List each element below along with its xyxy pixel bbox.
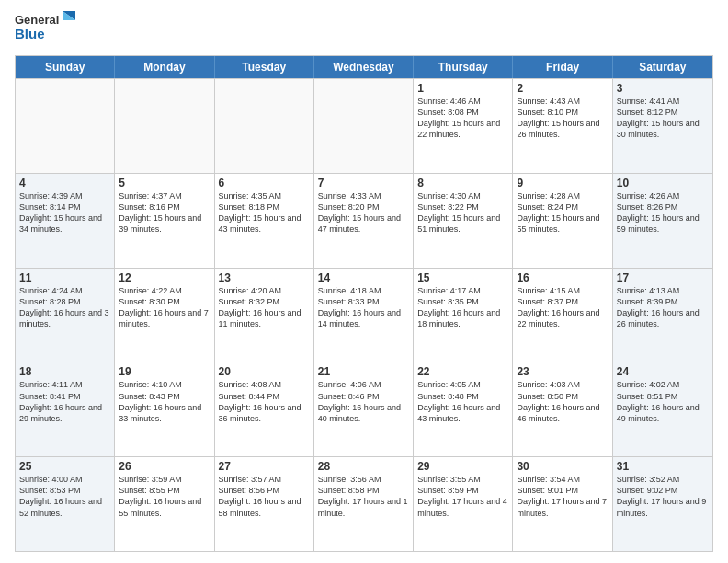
day-number: 23: [517, 365, 608, 378]
day-info: Sunrise: 4:05 AM Sunset: 8:48 PM Dayligh…: [417, 379, 508, 424]
day-number: 5: [119, 177, 210, 190]
day-number: 16: [517, 271, 608, 284]
day-number: 26: [119, 460, 210, 473]
day-header-wednesday: Wednesday: [314, 56, 414, 78]
day-cell: 16Sunrise: 4:15 AM Sunset: 8:37 PM Dayli…: [513, 269, 612, 362]
day-number: 30: [517, 460, 608, 473]
day-number: 29: [417, 460, 508, 473]
day-info: Sunrise: 3:52 AM Sunset: 9:02 PM Dayligh…: [617, 474, 709, 519]
day-cell: 19Sunrise: 4:10 AM Sunset: 8:43 PM Dayli…: [115, 362, 214, 456]
day-number: 4: [19, 177, 110, 190]
day-number: 24: [617, 365, 709, 378]
day-number: 3: [617, 82, 709, 95]
day-info: Sunrise: 4:02 AM Sunset: 8:51 PM Dayligh…: [617, 379, 709, 424]
day-cell: 6Sunrise: 4:35 AM Sunset: 8:18 PM Daylig…: [215, 174, 314, 268]
day-info: Sunrise: 4:39 AM Sunset: 8:14 PM Dayligh…: [19, 190, 110, 236]
svg-text:Blue: Blue: [15, 26, 45, 41]
day-cell: 18Sunrise: 4:11 AM Sunset: 8:41 PM Dayli…: [16, 362, 115, 456]
day-info: Sunrise: 3:59 AM Sunset: 8:55 PM Dayligh…: [119, 474, 210, 519]
day-number: 6: [219, 177, 310, 190]
day-number: 25: [19, 460, 110, 473]
day-number: 20: [219, 365, 310, 378]
day-cell: 31Sunrise: 3:52 AM Sunset: 9:02 PM Dayli…: [613, 457, 712, 551]
day-header-monday: Monday: [115, 56, 214, 78]
day-headers: SundayMondayTuesdayWednesdayThursdayFrid…: [16, 56, 712, 78]
day-info: Sunrise: 4:33 AM Sunset: 8:20 PM Dayligh…: [318, 190, 409, 236]
day-number: 22: [417, 365, 508, 378]
day-info: Sunrise: 4:37 AM Sunset: 8:16 PM Dayligh…: [119, 190, 210, 236]
day-info: Sunrise: 4:43 AM Sunset: 8:10 PM Dayligh…: [517, 96, 608, 141]
day-cell: 25Sunrise: 4:00 AM Sunset: 8:53 PM Dayli…: [16, 457, 115, 551]
week-row-4: 18Sunrise: 4:11 AM Sunset: 8:41 PM Dayli…: [16, 362, 712, 456]
day-info: Sunrise: 4:11 AM Sunset: 8:41 PM Dayligh…: [19, 379, 110, 424]
day-info: Sunrise: 4:15 AM Sunset: 8:37 PM Dayligh…: [517, 285, 608, 330]
day-info: Sunrise: 4:08 AM Sunset: 8:44 PM Dayligh…: [219, 379, 310, 424]
day-info: Sunrise: 4:41 AM Sunset: 8:12 PM Dayligh…: [617, 96, 709, 141]
day-number: 12: [119, 271, 210, 284]
day-number: 9: [517, 177, 608, 190]
day-cell: 13Sunrise: 4:20 AM Sunset: 8:32 PM Dayli…: [215, 269, 314, 362]
day-number: 31: [617, 460, 709, 473]
day-number: 13: [219, 271, 310, 284]
day-number: 11: [19, 271, 110, 284]
svg-text:General: General: [15, 13, 59, 27]
day-number: 8: [417, 177, 508, 190]
day-header-tuesday: Tuesday: [215, 56, 314, 78]
day-cell: 1Sunrise: 4:46 AM Sunset: 8:08 PM Daylig…: [414, 79, 513, 173]
header: General Blue: [15, 11, 713, 48]
page: General Blue SundayMondayTuesdayWednesda…: [0, 0, 728, 563]
day-number: 1: [417, 82, 508, 95]
day-cell: 30Sunrise: 3:54 AM Sunset: 9:01 PM Dayli…: [513, 457, 612, 551]
day-cell: [115, 79, 214, 173]
day-cell: [16, 79, 115, 173]
day-info: Sunrise: 3:55 AM Sunset: 8:59 PM Dayligh…: [417, 474, 508, 519]
day-cell: 2Sunrise: 4:43 AM Sunset: 8:10 PM Daylig…: [513, 79, 612, 173]
day-number: 28: [318, 460, 409, 473]
day-info: Sunrise: 4:24 AM Sunset: 8:28 PM Dayligh…: [19, 285, 110, 330]
day-header-friday: Friday: [513, 56, 612, 78]
day-cell: 23Sunrise: 4:03 AM Sunset: 8:50 PM Dayli…: [513, 362, 612, 456]
day-cell: 17Sunrise: 4:13 AM Sunset: 8:39 PM Dayli…: [613, 269, 712, 362]
day-number: 2: [517, 82, 608, 95]
day-info: Sunrise: 4:20 AM Sunset: 8:32 PM Dayligh…: [219, 285, 310, 330]
day-cell: 4Sunrise: 4:39 AM Sunset: 8:14 PM Daylig…: [16, 174, 115, 268]
day-info: Sunrise: 3:57 AM Sunset: 8:56 PM Dayligh…: [219, 474, 310, 519]
day-cell: 3Sunrise: 4:41 AM Sunset: 8:12 PM Daylig…: [613, 79, 712, 173]
day-cell: 10Sunrise: 4:26 AM Sunset: 8:26 PM Dayli…: [613, 174, 712, 268]
day-number: 19: [119, 365, 210, 378]
day-header-saturday: Saturday: [613, 56, 712, 78]
week-row-2: 4Sunrise: 4:39 AM Sunset: 8:14 PM Daylig…: [16, 173, 712, 268]
day-header-sunday: Sunday: [16, 56, 115, 78]
day-info: Sunrise: 4:03 AM Sunset: 8:50 PM Dayligh…: [517, 379, 608, 424]
week-row-5: 25Sunrise: 4:00 AM Sunset: 8:53 PM Dayli…: [16, 456, 712, 551]
day-info: Sunrise: 4:18 AM Sunset: 8:33 PM Dayligh…: [318, 285, 409, 330]
day-cell: 28Sunrise: 3:56 AM Sunset: 8:58 PM Dayli…: [314, 457, 414, 551]
day-cell: 26Sunrise: 3:59 AM Sunset: 8:55 PM Dayli…: [115, 457, 214, 551]
day-info: Sunrise: 4:22 AM Sunset: 8:30 PM Dayligh…: [119, 285, 210, 330]
day-info: Sunrise: 4:17 AM Sunset: 8:35 PM Dayligh…: [417, 285, 508, 330]
day-header-thursday: Thursday: [414, 56, 513, 78]
day-info: Sunrise: 4:46 AM Sunset: 8:08 PM Dayligh…: [417, 96, 508, 141]
day-info: Sunrise: 4:06 AM Sunset: 8:46 PM Dayligh…: [318, 379, 409, 424]
day-info: Sunrise: 4:10 AM Sunset: 8:43 PM Dayligh…: [119, 379, 210, 424]
calendar-body: 1Sunrise: 4:46 AM Sunset: 8:08 PM Daylig…: [16, 78, 712, 551]
day-info: Sunrise: 4:35 AM Sunset: 8:18 PM Dayligh…: [219, 190, 310, 236]
day-cell: 20Sunrise: 4:08 AM Sunset: 8:44 PM Dayli…: [215, 362, 314, 456]
day-cell: 15Sunrise: 4:17 AM Sunset: 8:35 PM Dayli…: [414, 269, 513, 362]
logo-svg: General Blue: [15, 11, 79, 48]
day-cell: 29Sunrise: 3:55 AM Sunset: 8:59 PM Dayli…: [414, 457, 513, 551]
day-number: 21: [318, 365, 409, 378]
day-number: 10: [617, 177, 709, 190]
day-cell: 11Sunrise: 4:24 AM Sunset: 8:28 PM Dayli…: [16, 269, 115, 362]
day-info: Sunrise: 4:28 AM Sunset: 8:24 PM Dayligh…: [517, 190, 608, 236]
day-cell: 24Sunrise: 4:02 AM Sunset: 8:51 PM Dayli…: [613, 362, 712, 456]
day-info: Sunrise: 4:13 AM Sunset: 8:39 PM Dayligh…: [617, 285, 709, 330]
day-number: 27: [219, 460, 310, 473]
day-info: Sunrise: 4:30 AM Sunset: 8:22 PM Dayligh…: [417, 190, 508, 236]
day-cell: 27Sunrise: 3:57 AM Sunset: 8:56 PM Dayli…: [215, 457, 314, 551]
day-cell: 22Sunrise: 4:05 AM Sunset: 8:48 PM Dayli…: [414, 362, 513, 456]
day-number: 14: [318, 271, 409, 284]
day-cell: 12Sunrise: 4:22 AM Sunset: 8:30 PM Dayli…: [115, 269, 214, 362]
logo: General Blue: [15, 11, 79, 48]
day-number: 17: [617, 271, 709, 284]
